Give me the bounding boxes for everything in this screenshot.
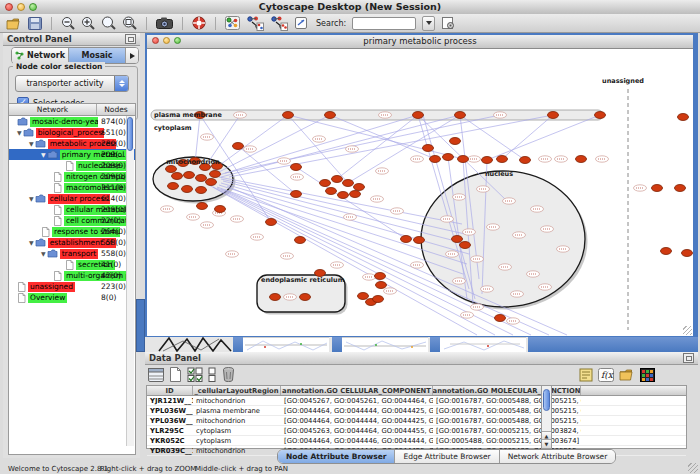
network-overview-icon[interactable] bbox=[225, 15, 240, 32]
network-node[interactable] bbox=[675, 185, 686, 192]
zoom-fit-icon[interactable] bbox=[122, 15, 137, 32]
network-node[interactable] bbox=[300, 294, 311, 301]
network-node[interactable] bbox=[373, 296, 384, 303]
tree-row[interactable]: cell communicat22(0) bbox=[9, 215, 135, 226]
tree-row[interactable]: ▼primary metabol209(... bbox=[9, 149, 135, 160]
zoom-out-icon[interactable] bbox=[61, 15, 75, 32]
attribute-matrix-icon[interactable] bbox=[640, 366, 655, 383]
network-node[interactable] bbox=[291, 164, 302, 171]
network-node[interactable] bbox=[270, 294, 281, 301]
tree-row[interactable]: ▼cellular process614(0) bbox=[9, 193, 135, 204]
tree-row[interactable]: nitrogen compo209(0) bbox=[9, 171, 135, 182]
network-node[interactable] bbox=[295, 237, 306, 244]
float-panel-icon[interactable] bbox=[125, 34, 136, 44]
unselect-attributes-icon[interactable] bbox=[208, 366, 217, 383]
network-window-titlebar[interactable]: primary metabolic process bbox=[147, 35, 693, 49]
select-attributes-icon[interactable] bbox=[187, 366, 203, 383]
table-column-header[interactable]: ID bbox=[147, 386, 193, 395]
snapshot-icon[interactable] bbox=[156, 15, 173, 32]
network-node[interactable] bbox=[182, 186, 193, 193]
network-node[interactable] bbox=[497, 156, 508, 163]
copy-network-icon[interactable] bbox=[246, 15, 264, 32]
table-column-header[interactable]: _cellularLayoutRegion bbox=[193, 386, 281, 395]
tab-mosaic[interactable]: Mosaic bbox=[69, 48, 126, 63]
expand-arrow-icon[interactable]: ▼ bbox=[29, 140, 34, 147]
tree-row[interactable]: cellular metabol209(0) bbox=[9, 204, 135, 215]
network-node[interactable] bbox=[197, 203, 208, 210]
network-node[interactable] bbox=[520, 157, 531, 164]
network-node[interactable] bbox=[423, 145, 434, 152]
tree-row[interactable]: ▼transport558(0) bbox=[9, 248, 135, 259]
network-node[interactable] bbox=[661, 248, 672, 255]
tree-row[interactable]: multi-organism pro42(0) bbox=[9, 270, 135, 281]
tree-row[interactable]: ▼establishment of lo558(0) bbox=[9, 237, 135, 248]
network-node[interactable] bbox=[652, 185, 663, 192]
notes-icon[interactable] bbox=[579, 366, 593, 383]
network-node[interactable] bbox=[482, 157, 493, 164]
table-column-header[interactable]: annotation.GO CELLULAR_COMPONENT bbox=[281, 386, 433, 395]
network-node[interactable] bbox=[548, 112, 559, 119]
tree-row[interactable]: secretion41(0) bbox=[9, 259, 135, 270]
tree-column-nodes[interactable]: Nodes bbox=[97, 104, 135, 115]
network-node[interactable] bbox=[401, 236, 412, 243]
network-node[interactable] bbox=[450, 138, 461, 145]
float-panel-icon[interactable] bbox=[683, 353, 694, 363]
network-node[interactable] bbox=[413, 112, 424, 119]
tab-network[interactable]: Network bbox=[12, 48, 69, 63]
import-attributes-icon[interactable] bbox=[619, 366, 635, 383]
network-node[interactable] bbox=[172, 173, 183, 180]
tree-column-network[interactable]: Network bbox=[9, 104, 97, 115]
network-node[interactable] bbox=[338, 192, 349, 199]
network-node[interactable] bbox=[291, 191, 302, 198]
table-row[interactable]: YPL036W__1mitochondrion[GO:0044464, GO:0… bbox=[147, 416, 686, 426]
network-node[interactable] bbox=[326, 188, 337, 195]
tree-row[interactable]: ▼biological_process651(0) bbox=[9, 127, 135, 138]
table-column-header[interactable]: annotation.GO MOLECULAR_FUNCTION bbox=[433, 386, 581, 395]
network-node[interactable] bbox=[320, 180, 331, 187]
network-node[interactable] bbox=[266, 219, 277, 226]
canvas-resize-grip[interactable] bbox=[683, 326, 692, 335]
tree-row[interactable]: macromolecule311(0) bbox=[9, 182, 135, 193]
network-node[interactable] bbox=[210, 171, 221, 178]
help-lifering-icon[interactable] bbox=[192, 15, 206, 32]
network-node[interactable] bbox=[354, 184, 365, 191]
network-node[interactable] bbox=[206, 179, 217, 186]
expand-arrow-icon[interactable]: ▼ bbox=[41, 151, 46, 158]
network-node[interactable] bbox=[166, 166, 177, 173]
network-node[interactable] bbox=[375, 273, 386, 280]
annotation-icon[interactable] bbox=[294, 15, 308, 32]
tree-row[interactable]: Overview8(0) bbox=[9, 292, 135, 303]
network-node[interactable] bbox=[332, 176, 343, 183]
network-node[interactable] bbox=[576, 156, 587, 163]
network-node[interactable] bbox=[495, 315, 506, 322]
tree-row[interactable]: unassigned223(0) bbox=[9, 281, 135, 292]
window-resize-grip[interactable] bbox=[688, 463, 698, 473]
search-settings-icon[interactable] bbox=[441, 15, 455, 32]
network-node[interactable] bbox=[414, 237, 425, 244]
function-builder-icon[interactable]: f(x) bbox=[598, 366, 614, 383]
tree-scrollbar-thumb[interactable] bbox=[127, 117, 133, 151]
tree-scrollbar[interactable] bbox=[126, 116, 134, 446]
expand-arrow-icon[interactable]: ▼ bbox=[17, 129, 22, 136]
delete-attribute-icon[interactable] bbox=[222, 366, 235, 383]
table-column-header[interactable] bbox=[581, 386, 686, 395]
table-row[interactable]: YJR121W__1mitochondrion[GO:0045267, GO:0… bbox=[147, 396, 686, 406]
table-row[interactable]: YLR295Ccytoplasm[GO:0045263, GO:0044464,… bbox=[147, 426, 686, 436]
network-node[interactable] bbox=[452, 236, 463, 243]
table-scrollbar-thumb[interactable] bbox=[543, 389, 550, 411]
expand-arrow-icon[interactable]: ▼ bbox=[29, 195, 34, 202]
network-node[interactable] bbox=[184, 172, 195, 179]
network-node[interactable] bbox=[325, 112, 336, 119]
network-node[interactable] bbox=[196, 187, 207, 194]
tree-row[interactable]: ▼metabolic process280(0) bbox=[9, 138, 135, 149]
scroll-down-icon[interactable]: ▼ bbox=[542, 439, 551, 448]
node-color-combobox[interactable]: transporter activity bbox=[15, 75, 129, 92]
zoom-in-icon[interactable] bbox=[81, 15, 95, 32]
search-dropdown-icon[interactable] bbox=[422, 16, 435, 31]
network-node[interactable] bbox=[233, 143, 244, 150]
network-node[interactable] bbox=[595, 112, 606, 119]
copy-network-view-icon[interactable] bbox=[270, 15, 288, 32]
expand-arrow-icon[interactable]: ▼ bbox=[41, 250, 46, 257]
network-node[interactable] bbox=[343, 180, 354, 187]
network-node[interactable] bbox=[358, 293, 369, 300]
